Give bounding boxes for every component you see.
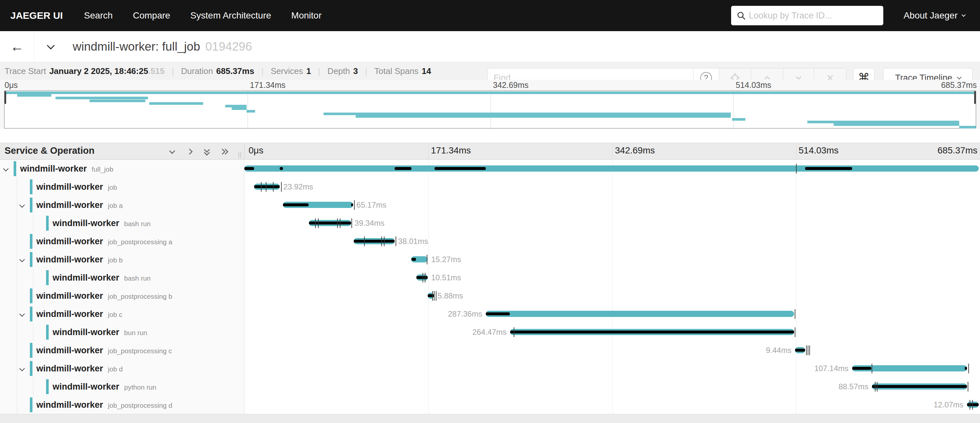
tree-guide-line — [17, 341, 17, 359]
span-name-cell[interactable]: windmill-workerjob a — [37, 196, 123, 215]
span-event-tick — [423, 273, 423, 283]
span-operation-name: bash run — [124, 274, 151, 282]
span-row[interactable]: windmill-workerjob_postprocessing d12.07… — [0, 396, 980, 414]
trace-id: 0194296 — [205, 40, 252, 53]
nav-item-system-architecture[interactable]: System Architecture — [180, 10, 282, 21]
minimap-right-handle[interactable] — [974, 91, 976, 104]
trace-lookup-input[interactable] — [749, 11, 883, 21]
span-bar[interactable] — [486, 311, 794, 317]
summary-label: Total Spans — [374, 66, 418, 76]
span-row[interactable]: windmill-workerjob_postprocessing c9.44m… — [0, 341, 980, 359]
nav-item-search[interactable]: Search — [74, 10, 123, 21]
span-event-tick — [877, 382, 877, 391]
span-event-tick — [432, 291, 433, 301]
span-row[interactable]: windmill-workerjob_postprocessing b5.88m… — [0, 287, 980, 305]
span-row[interactable]: windmill-workerbash run10.51ms — [0, 269, 980, 287]
span-event-tick — [795, 309, 795, 319]
span-duration-label: 88.57ms — [838, 378, 869, 396]
span-row[interactable]: windmill-workerjob23.92ms — [0, 178, 980, 196]
minimap-wrap — [0, 90, 980, 129]
minimap-span-bar — [732, 118, 745, 121]
span-name-cell[interactable]: windmill-workerjob d — [37, 359, 123, 379]
span-event-tick — [795, 327, 795, 337]
critical-path-segment — [965, 367, 967, 370]
span-row[interactable]: windmill-workerjob a65.17ms — [0, 196, 980, 214]
span-operation-name: job_postprocessing d — [108, 402, 172, 409]
critical-path-segment — [805, 167, 852, 170]
span-name-cell[interactable]: windmill-workerjob b — [37, 250, 123, 270]
tree-guide-line — [17, 359, 17, 378]
span-name-cell[interactable]: windmill-workerfull_job — [20, 160, 113, 179]
minimap-tick-label: 514.03ms — [736, 80, 772, 90]
critical-path-segment — [244, 167, 254, 170]
tree-guide-line — [17, 269, 17, 287]
tree-guide-line — [17, 214, 17, 232]
trace-title: windmill-worker: full_job0194296 — [73, 31, 252, 62]
span-row[interactable]: windmill-workerpython run88.57ms — [0, 378, 980, 396]
minimap-left-handle[interactable] — [5, 91, 6, 104]
summary-label: Depth — [328, 66, 350, 76]
span-duration-label: 12.07ms — [934, 396, 963, 414]
span-row[interactable]: windmill-workerjob c287.36ms — [0, 305, 980, 323]
span-row[interactable]: windmill-workerjob b15.27ms — [0, 250, 980, 269]
critical-path-segment — [416, 276, 428, 279]
minimap-span-bar — [247, 110, 255, 113]
span-row[interactable]: windmill-workerbun run264.47ms — [0, 323, 980, 341]
tree-guide-line — [17, 287, 17, 305]
expand-caret-icon[interactable] — [19, 202, 25, 208]
span-row[interactable]: windmill-workerfull_job — [0, 160, 980, 178]
span-event-tick — [318, 218, 319, 228]
expand-caret-icon[interactable] — [3, 166, 9, 172]
span-operation-name: job b — [108, 256, 123, 264]
expand-caret-icon[interactable] — [19, 312, 25, 317]
summary-separator: | — [365, 66, 368, 76]
nav-item-compare[interactable]: Compare — [123, 10, 180, 21]
about-jaeger-label: About Jaeger — [904, 10, 958, 21]
expand-all-icon[interactable] — [220, 148, 228, 156]
span-service-name: windmill-worker — [37, 200, 103, 210]
span-name-cell[interactable]: windmill-workerjob_postprocessing b — [37, 287, 172, 306]
span-name-cell[interactable]: windmill-workerjob — [37, 178, 117, 197]
span-bar[interactable] — [244, 165, 979, 172]
nav-item-monitor[interactable]: Monitor — [282, 10, 332, 21]
span-rows: windmill-workerfull_jobwindmill-workerjo… — [0, 160, 980, 414]
span-row[interactable]: windmill-workerjob d107.14ms — [0, 359, 980, 378]
collapse-all-icon[interactable] — [203, 148, 212, 156]
span-color-strip — [46, 379, 49, 394]
back-button[interactable]: ← — [0, 31, 34, 62]
span-row[interactable]: windmill-workerjob_postprocessing a38.01… — [0, 232, 980, 250]
span-event-tick — [968, 364, 969, 374]
span-event-tick — [315, 218, 316, 228]
span-name-cell[interactable]: windmill-workerbash run — [52, 269, 151, 288]
summary-separator: | — [172, 66, 174, 76]
span-name-cell[interactable]: windmill-workerbun run — [52, 323, 147, 343]
search-icon — [731, 11, 749, 21]
expand-caret-icon[interactable] — [19, 366, 25, 371]
trace-minimap[interactable] — [4, 91, 976, 129]
critical-path-segment — [354, 240, 395, 243]
span-color-strip — [30, 307, 32, 321]
span-table-header: Service & Operation 0μs171.34ms342.69ms5… — [0, 143, 980, 160]
span-duration-label: 65.17ms — [356, 196, 387, 214]
app-logo[interactable]: JAEGER UI — [10, 10, 63, 21]
span-color-strip — [46, 270, 49, 285]
critical-path-segment — [283, 204, 309, 206]
span-name-cell[interactable]: windmill-workerjob_postprocessing a — [37, 232, 172, 252]
about-jaeger-menu[interactable]: About Jaeger — [904, 10, 965, 21]
span-name-cell[interactable]: windmill-workerpython run — [52, 378, 156, 397]
span-operation-name: bun run — [124, 329, 147, 336]
span-operation-name: python run — [124, 383, 156, 391]
span-name-cell[interactable]: windmill-workerbash run — [52, 214, 151, 234]
span-event-tick — [806, 345, 807, 355]
span-name-cell[interactable]: windmill-workerjob_postprocessing d — [37, 396, 172, 414]
span-name-cell[interactable]: windmill-workerjob c — [37, 305, 123, 324]
expand-caret-icon[interactable] — [19, 257, 25, 262]
expand-one-icon[interactable] — [186, 148, 194, 156]
span-row[interactable]: windmill-workerbash run39.34ms — [0, 214, 980, 232]
span-event-tick — [875, 382, 875, 391]
column-resize-handle[interactable] — [238, 152, 242, 158]
collapse-one-icon[interactable] — [169, 148, 177, 156]
span-name-cell[interactable]: windmill-workerjob_postprocessing c — [37, 341, 172, 361]
span-event-tick — [425, 273, 425, 283]
collapse-trace-detail-caret[interactable] — [47, 41, 54, 49]
